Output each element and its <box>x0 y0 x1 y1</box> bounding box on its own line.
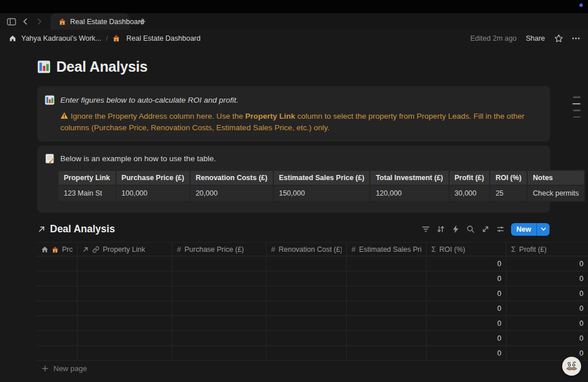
new-button-dropdown[interactable] <box>537 223 550 236</box>
renovation-cost-cell[interactable] <box>266 301 346 315</box>
ellipsis-icon <box>571 34 581 43</box>
database-title[interactable]: Deal Analysis <box>50 223 115 235</box>
profit-cell[interactable]: 0 <box>506 256 588 271</box>
search-button[interactable] <box>465 224 476 235</box>
property-link-cell[interactable] <box>77 346 172 360</box>
estimated-sales-cell[interactable] <box>346 346 426 360</box>
outline-tick[interactable] <box>573 116 581 118</box>
share-button[interactable]: Share <box>526 34 545 42</box>
property-link-cell[interactable] <box>77 331 172 345</box>
title-cell[interactable] <box>37 286 77 301</box>
roi-cell[interactable]: 0 <box>426 346 506 360</box>
purchase-price-cell[interactable] <box>172 271 266 286</box>
purchase-price-cell[interactable] <box>172 301 266 315</box>
favorite-button[interactable] <box>554 34 563 43</box>
title-cell[interactable] <box>37 256 77 271</box>
more-options-button[interactable] <box>571 34 581 43</box>
roi-cell[interactable]: 0 <box>426 271 506 286</box>
plus-icon <box>41 365 49 372</box>
filter-icon <box>421 225 430 233</box>
expand-icon <box>481 225 490 233</box>
purchase-price-cell[interactable] <box>172 286 266 301</box>
title-cell[interactable] <box>37 271 77 286</box>
purchase-price-cell[interactable] <box>172 256 266 271</box>
tab-real-estate-dashboard[interactable]: Real Estate Dashboard <box>51 13 130 30</box>
roi-cell[interactable]: 0 <box>426 286 506 301</box>
new-button-label[interactable]: New <box>511 223 536 236</box>
column-header-property[interactable]: Prop... <box>37 243 77 256</box>
table-row: 0 0 <box>37 301 588 316</box>
column-header-property-link[interactable]: Property Link <box>77 243 172 256</box>
profit-cell[interactable]: 0 <box>506 286 588 301</box>
estimated-sales-cell[interactable] <box>346 301 426 315</box>
breadcrumb-page[interactable]: Real Estate Dashboard <box>113 34 200 42</box>
property-link-cell[interactable] <box>77 316 172 330</box>
title-cell[interactable] <box>37 316 77 330</box>
renovation-cost-cell[interactable] <box>266 346 346 360</box>
estimated-sales-cell[interactable] <box>346 271 426 286</box>
roi-cell[interactable]: 0 <box>426 331 506 345</box>
estimated-sales-cell[interactable] <box>346 331 426 345</box>
purchase-price-cell[interactable] <box>172 331 266 345</box>
roi-cell[interactable]: 0 <box>426 301 506 315</box>
profit-cell[interactable]: 0 <box>506 331 588 345</box>
home-button[interactable] <box>6 32 19 45</box>
title-cell[interactable] <box>37 301 77 315</box>
database-section-header: Deal Analysis <box>37 220 550 238</box>
purchase-price-cell[interactable] <box>172 316 266 330</box>
roi-cell[interactable]: 0 <box>426 256 506 271</box>
property-link-cell[interactable] <box>77 256 172 271</box>
profit-cell[interactable]: 0 <box>506 271 588 286</box>
bar-chart-emoji-icon <box>45 95 55 134</box>
edited-timestamp: Edited 2m ago <box>470 34 517 42</box>
table-row: 0 0 <box>37 256 588 271</box>
property-link-cell[interactable] <box>77 301 172 315</box>
profit-cell[interactable]: 0 <box>506 301 588 315</box>
expand-button[interactable] <box>479 224 491 235</box>
tab-title: Real Estate Dashboard <box>70 18 144 26</box>
outline-tick-active[interactable] <box>572 103 581 105</box>
estimated-sales-cell[interactable] <box>346 286 426 301</box>
sort-button[interactable] <box>435 224 446 235</box>
view-settings-button[interactable] <box>494 224 506 235</box>
title-cell[interactable] <box>37 346 77 360</box>
back-button[interactable] <box>18 15 32 29</box>
breadcrumb-workspace[interactable]: Yahya Kadraoui's Work... <box>21 34 102 42</box>
database-table: Prop... Property Link # Purchase Price (… <box>37 242 588 361</box>
sidebar-toggle-icon <box>7 18 16 26</box>
assistant-avatar-button[interactable] <box>562 357 581 376</box>
renovation-cost-cell[interactable] <box>266 256 346 271</box>
estimated-sales-cell[interactable] <box>346 256 426 271</box>
automations-button[interactable] <box>450 224 461 235</box>
number-type-icon: # <box>177 245 181 254</box>
star-icon <box>554 34 563 43</box>
column-header-estimated-sales-price[interactable]: # Estimated Sales Price (... <box>346 243 426 256</box>
property-link-cell[interactable] <box>77 271 172 286</box>
formula-type-icon: Σ <box>511 245 516 254</box>
renovation-cost-cell[interactable] <box>266 316 346 330</box>
outline-tick[interactable] <box>573 96 581 98</box>
outline-indicator[interactable] <box>572 96 581 118</box>
title-cell[interactable] <box>37 331 77 345</box>
example-header-cell: Notes <box>527 170 585 185</box>
estimated-sales-cell[interactable] <box>346 316 426 330</box>
column-header-renovation-cost[interactable]: # Renovation Cost (£) <box>266 243 346 256</box>
renovation-cost-cell[interactable] <box>266 286 346 301</box>
example-header-cell: Total Investment (£) <box>370 170 448 185</box>
new-page-button[interactable]: New page <box>41 361 271 376</box>
sidebar-toggle-button[interactable] <box>5 15 18 29</box>
purchase-price-cell[interactable] <box>172 346 266 360</box>
property-link-cell[interactable] <box>77 286 172 301</box>
outline-tick[interactable] <box>573 110 581 111</box>
filter-button[interactable] <box>420 224 431 235</box>
renovation-cost-cell[interactable] <box>266 331 346 345</box>
column-header-purchase-price[interactable]: # Purchase Price (£) <box>172 243 266 256</box>
roi-cell[interactable]: 0 <box>426 316 506 330</box>
column-header-profit[interactable]: Σ Profit (£) <box>506 243 588 256</box>
new-tab-button[interactable] <box>138 17 146 26</box>
renovation-cost-cell[interactable] <box>266 271 346 286</box>
profit-cell[interactable]: 0 <box>506 316 588 330</box>
column-header-roi[interactable]: Σ ROI (%) <box>426 243 506 256</box>
forward-button[interactable] <box>32 15 46 29</box>
new-record-button[interactable]: New <box>511 223 550 236</box>
